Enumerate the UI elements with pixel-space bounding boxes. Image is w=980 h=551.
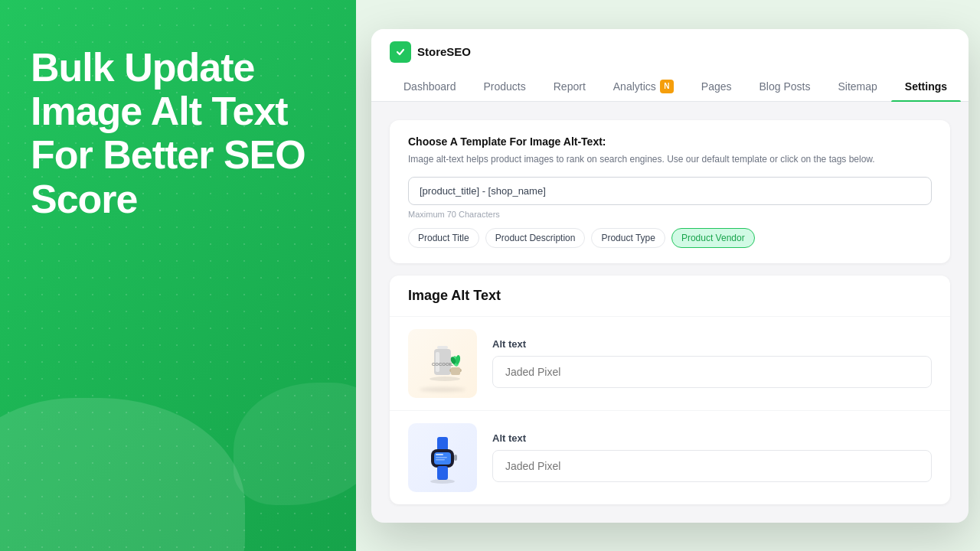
tag-product-vendor[interactable]: Product Vendor xyxy=(671,228,755,248)
svg-point-19 xyxy=(430,479,455,484)
alt-text-input-wrap-2: Alt text xyxy=(492,432,932,482)
product-thumbnail-2 xyxy=(408,423,477,492)
tab-report[interactable]: Report xyxy=(540,72,599,101)
analytics-badge: N xyxy=(660,80,674,93)
svg-rect-10 xyxy=(437,437,448,451)
svg-point-9 xyxy=(430,377,460,381)
template-description: Image alt-text helps product images to r… xyxy=(408,152,932,166)
tag-pills: Product Title Product Description Produc… xyxy=(408,228,932,248)
tab-blog-posts[interactable]: Blog Posts xyxy=(746,72,825,101)
tab-settings[interactable]: Settings xyxy=(891,72,961,101)
product-thumbnail-1: COCOOIL xyxy=(408,329,477,398)
template-title: Choose A Template For Image Alt-Text: xyxy=(408,135,932,148)
svg-rect-0 xyxy=(437,346,448,349)
tab-sitemap[interactable]: Sitemap xyxy=(824,72,890,101)
tag-product-description[interactable]: Product Description xyxy=(485,228,586,248)
logo-icon xyxy=(390,41,411,63)
logo-text: StoreSEO xyxy=(417,45,471,58)
tab-pages[interactable]: Pages xyxy=(688,72,746,101)
svg-rect-18 xyxy=(454,455,457,461)
svg-rect-16 xyxy=(436,459,445,461)
alt-text-input-wrap-1: Alt text xyxy=(492,338,932,388)
svg-rect-15 xyxy=(436,457,447,458)
hero-text: Bulk Update Image Alt Text For Better SE… xyxy=(31,46,325,221)
tab-products[interactable]: Products xyxy=(470,72,540,101)
main-nav: Dashboard Products Report Analytics N Pa… xyxy=(390,72,950,101)
alt-label-2: Alt text xyxy=(492,432,932,444)
tab-analytics[interactable]: Analytics N xyxy=(599,72,688,101)
alt-label-1: Alt text xyxy=(492,338,932,350)
svg-rect-5 xyxy=(451,367,460,375)
main-content: Choose A Template For Image Alt-Text: Im… xyxy=(371,102,969,523)
app-header: StoreSEO Dashboard Products Report Analy… xyxy=(371,29,969,102)
tab-dashboard[interactable]: Dashboard xyxy=(390,72,470,101)
template-card: Choose A Template For Image Alt-Text: Im… xyxy=(390,120,950,263)
blob-decoration xyxy=(0,398,245,551)
app-window: StoreSEO Dashboard Products Report Analy… xyxy=(371,29,969,523)
logo-row: StoreSEO xyxy=(390,41,950,63)
alt-text-header: Image Alt Text xyxy=(390,276,950,317)
svg-rect-14 xyxy=(436,454,443,455)
hero-panel: Bulk Update Image Alt Text For Better SE… xyxy=(0,0,356,551)
nav-tabs: Dashboard Products Report Analytics N Pa… xyxy=(390,72,950,101)
alt-text-input-2[interactable] xyxy=(492,450,932,482)
right-panel: StoreSEO Dashboard Products Report Analy… xyxy=(356,0,980,551)
tag-product-title[interactable]: Product Title xyxy=(408,228,479,248)
hero-title: Bulk Update Image Alt Text For Better SE… xyxy=(31,46,325,221)
alt-text-card: Image Alt Text COCOOIL xyxy=(390,276,950,504)
blob-decoration-2 xyxy=(234,383,356,505)
template-input[interactable] xyxy=(408,177,932,205)
cosmetics-svg: COCOOIL xyxy=(416,337,469,390)
svg-text:COCOOIL: COCOOIL xyxy=(432,362,453,367)
product-row-1: COCOOIL Alt text xyxy=(390,317,950,411)
tag-product-type[interactable]: Product Type xyxy=(591,228,665,248)
watch-svg xyxy=(416,431,469,484)
product-row-2: Alt text xyxy=(390,411,950,504)
alt-text-title: Image Alt Text xyxy=(408,288,932,304)
svg-rect-17 xyxy=(437,466,448,480)
char-limit-text: Maximum 70 Characters xyxy=(408,210,932,219)
alt-text-input-1[interactable] xyxy=(492,356,932,388)
